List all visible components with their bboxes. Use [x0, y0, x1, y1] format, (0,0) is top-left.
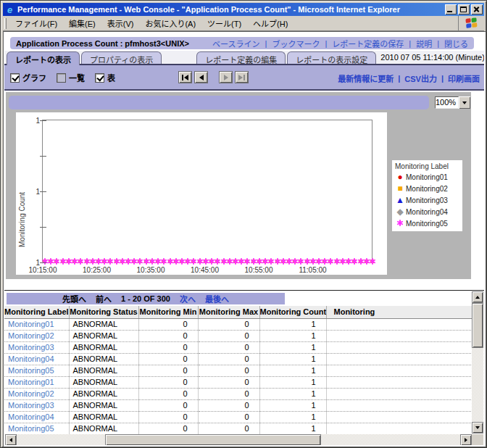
asterisk-marker-icon	[396, 220, 403, 226]
toolbar: グラフ一覧表 最新情報に更新|CSV出力|印刷画面	[4, 65, 484, 91]
data-point-marker	[280, 259, 286, 264]
table-cell	[326, 318, 472, 330]
header-link[interactable]: 閉じる	[444, 38, 468, 49]
monitoring-label-link[interactable]: Monitoring01	[4, 376, 69, 388]
scroll-left-button[interactable]	[5, 434, 17, 445]
monitoring-label-link[interactable]: Monitoring04	[4, 353, 69, 365]
data-point-marker	[304, 259, 309, 264]
menu-item[interactable]: ヘルプ(H)	[247, 16, 294, 30]
maximize-button[interactable]	[458, 4, 470, 14]
data-point-marker	[340, 259, 345, 264]
data-point-marker	[131, 259, 136, 264]
legend-title: Monitoring Label	[395, 162, 459, 170]
scroll-up-button[interactable]	[472, 291, 483, 303]
monitoring-label-link[interactable]: Monitoring02	[4, 330, 69, 341]
menu-item[interactable]: お気に入り(A)	[139, 16, 201, 30]
scroll-right-button[interactable]	[460, 434, 472, 445]
monitoring-label-link[interactable]: Monitoring03	[4, 399, 69, 411]
table-cell: 0	[138, 423, 198, 434]
triangle-left-icon	[184, 75, 188, 80]
tab-1[interactable]: レポートの表示	[7, 51, 80, 65]
data-point-marker	[215, 259, 220, 264]
menu-item[interactable]: ツール(T)	[201, 16, 247, 30]
table-cell: 0	[138, 399, 198, 411]
data-point-marker	[167, 259, 172, 264]
tab-4[interactable]: レポートの表示設定	[287, 51, 376, 64]
monitoring-label-link[interactable]: Monitoring05	[4, 423, 69, 434]
browser-window: e Performance Management - Web Console -…	[0, 0, 487, 448]
horizontal-scrollbar[interactable]	[5, 434, 472, 445]
data-point-marker	[370, 259, 375, 264]
y-tick-mark	[40, 120, 46, 121]
vertical-scroll-thumb[interactable]	[472, 303, 483, 348]
table-cell: ABNORMAL	[69, 330, 138, 341]
x-tick-label: 10:45:00	[191, 266, 219, 274]
triangle-right-icon	[224, 75, 228, 80]
checkbox-item[interactable]: 一覧	[57, 72, 85, 83]
data-point-marker	[346, 259, 351, 264]
minimize-button[interactable]	[445, 4, 457, 14]
checkbox[interactable]	[57, 73, 66, 83]
horizontal-scroll-thumb[interactable]	[105, 434, 321, 445]
windows-logo	[458, 16, 484, 30]
pagination-link[interactable]: 最後へ	[205, 293, 229, 304]
tab-3[interactable]: レポート定義の編集	[196, 51, 286, 64]
checkbox-item[interactable]: 表	[95, 72, 115, 83]
data-point-marker	[310, 259, 315, 264]
data-point-marker	[179, 259, 184, 264]
table-cell: 1	[259, 411, 326, 423]
table-row: Monitoring01ABNORMAL001	[4, 318, 472, 330]
toolbar-link[interactable]: 最新情報に更新	[338, 72, 394, 84]
table-row: Monitoring01ABNORMAL001	[4, 376, 472, 388]
header-link[interactable]: ベースライン	[212, 38, 259, 49]
link-separator: |	[325, 39, 327, 48]
header-link[interactable]: レポート定義の保存	[332, 38, 404, 49]
monitoring-label-link[interactable]: Monitoring05	[4, 365, 69, 376]
link-separator: |	[398, 74, 400, 83]
menu-item[interactable]: 編集(E)	[63, 16, 101, 30]
nav-first-button[interactable]	[178, 71, 192, 83]
zoom-dropdown-button[interactable]	[459, 96, 470, 109]
table-cell: ABNORMAL	[69, 341, 138, 353]
column-header: Monitoring	[326, 306, 472, 318]
monitoring-label-link[interactable]: Monitoring02	[4, 388, 69, 399]
header-link[interactable]: 説明	[416, 38, 432, 49]
vertical-scrollbar[interactable]	[472, 291, 483, 434]
menu-item[interactable]: 表示(V)	[101, 16, 140, 30]
table-row: Monitoring02ABNORMAL001	[4, 388, 472, 399]
checkbox[interactable]	[95, 73, 104, 83]
toolbar-links: 最新情報に更新|CSV出力|印刷画面	[338, 72, 480, 84]
data-table-viewport: Monitoring LabelMonitoring StatusMonitor…	[4, 306, 472, 434]
y-tick-mark	[40, 227, 46, 228]
data-point-marker	[90, 259, 95, 264]
checkbox[interactable]	[10, 73, 20, 83]
bar-icon	[244, 75, 245, 80]
pagination-link[interactable]: 次へ	[180, 293, 196, 304]
close-button[interactable]	[471, 4, 483, 14]
table-cell: 0	[198, 341, 259, 353]
data-point-marker	[66, 259, 71, 264]
zoom-select[interactable]: 100%	[435, 96, 470, 109]
scroll-down-button[interactable]	[472, 422, 483, 434]
table-cell: 1	[259, 365, 326, 376]
monitoring-label-link[interactable]: Monitoring03	[4, 341, 69, 353]
header-link[interactable]: ブックマーク	[272, 38, 320, 49]
checkbox-label: 表	[107, 72, 115, 83]
monitoring-label-link[interactable]: Monitoring01	[4, 318, 69, 330]
data-point-marker	[197, 259, 202, 264]
table-cell: 0	[198, 399, 259, 411]
menu-item[interactable]: ファイル(F)	[9, 16, 63, 30]
data-point-marker	[286, 259, 291, 264]
tab-2[interactable]: プロパティの表示	[81, 51, 162, 64]
nav-prev-button[interactable]	[194, 71, 208, 83]
page-nav-buttons	[178, 71, 249, 83]
data-point-marker	[155, 259, 160, 264]
table-cell	[326, 353, 472, 365]
legend-label: Monitoring03	[406, 196, 448, 204]
triangle-marker-icon: ▲	[395, 195, 405, 205]
toolbar-link[interactable]: CSV出力	[404, 72, 437, 84]
monitoring-label-link[interactable]: Monitoring04	[4, 411, 69, 423]
checkbox-item[interactable]: グラフ	[10, 72, 46, 83]
chevron-down-icon	[462, 101, 467, 104]
toolbar-link[interactable]: 印刷画面	[448, 72, 480, 84]
